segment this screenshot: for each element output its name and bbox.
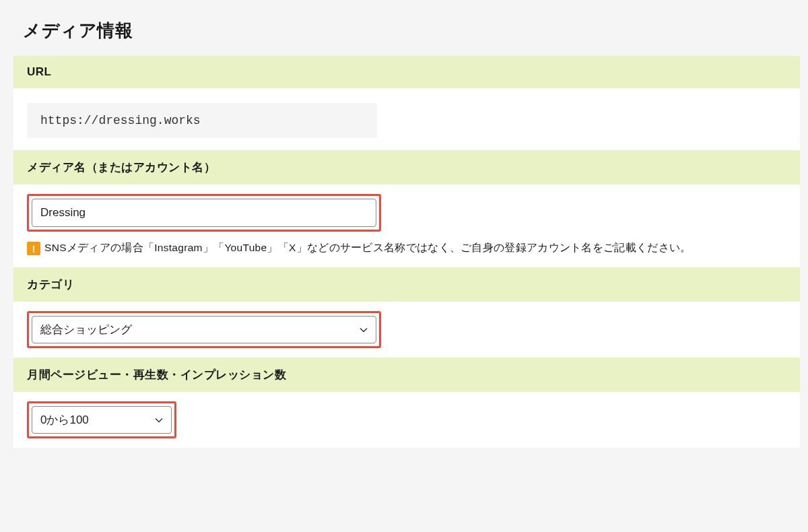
category-select[interactable]: 総合ショッピング (32, 316, 376, 343)
highlight-pageview: 0から100 (27, 401, 176, 438)
pageview-field-block: 0から100 (13, 392, 800, 448)
url-value: https://dressing.works (27, 103, 377, 138)
media-name-input[interactable] (32, 199, 376, 227)
media-name-note-text: SNSメディアの場合「Instagram」「YouTube」「X」などのサービス… (44, 241, 691, 255)
url-field-block: https://dressing.works (13, 88, 800, 150)
label-media-name: メディア名（またはアカウント名） (13, 150, 800, 185)
section-title: メディア情報 (23, 19, 800, 42)
label-url: URL (13, 56, 800, 88)
label-pageview: 月間ページビュー・再生数・インプレッション数 (13, 358, 800, 392)
label-category: カテゴリ (13, 267, 800, 302)
media-name-field-block (13, 185, 800, 241)
highlight-category: 総合ショッピング (27, 311, 381, 348)
media-name-note: ! SNSメディアの場合「Instagram」「YouTube」「X」などのサー… (13, 241, 800, 267)
category-field-block: 総合ショッピング (13, 302, 800, 358)
pageview-select[interactable]: 0から100 (32, 406, 172, 434)
highlight-media-name (27, 194, 381, 232)
media-info-section: メディア情報 URL https://dressing.works メディア名（… (13, 19, 800, 448)
warning-icon: ! (27, 242, 40, 255)
